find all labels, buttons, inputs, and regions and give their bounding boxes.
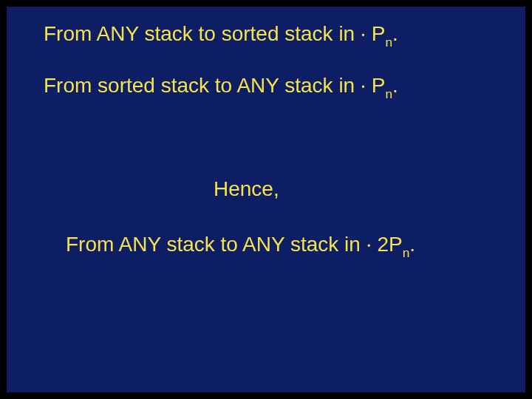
- subscript-n: n: [385, 35, 392, 50]
- subscript-n: n: [385, 86, 392, 101]
- line-4-after: .: [409, 233, 415, 256]
- line-4: From ANY stack to ANY stack in · 2Pn.: [66, 232, 415, 259]
- line-4-term: 2P: [372, 233, 403, 256]
- line-3-prefix: Hence,: [214, 177, 279, 200]
- line-2-term: P: [366, 74, 385, 97]
- line-2: From sorted stack to ANY stack in · Pn.: [44, 73, 398, 100]
- line-1-term: P: [366, 22, 385, 45]
- line-1-after: .: [392, 22, 398, 45]
- line-2-prefix: From sorted stack to ANY stack in: [44, 74, 361, 97]
- line-2-after: .: [392, 74, 398, 97]
- less-equal-symbol: ·: [361, 22, 366, 48]
- less-equal-symbol: ·: [366, 233, 372, 259]
- slide: From ANY stack to sorted stack in · Pn. …: [7, 7, 525, 392]
- line-1-prefix: From ANY stack to sorted stack in: [44, 22, 361, 45]
- line-1: From ANY stack to sorted stack in · Pn.: [44, 21, 398, 49]
- line-4-prefix: From ANY stack to ANY stack in: [66, 233, 366, 256]
- subscript-n: n: [403, 245, 410, 260]
- line-3-hence: Hence,: [214, 177, 279, 202]
- less-equal-symbol: ·: [361, 74, 366, 100]
